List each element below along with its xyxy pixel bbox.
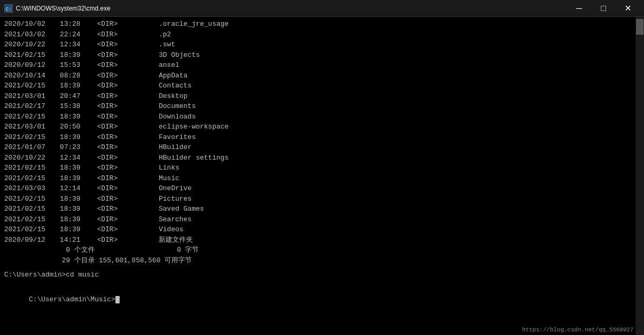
svg-text:C:: C: bbox=[6, 7, 12, 12]
titlebar-controls: ─ □ ✕ bbox=[567, 0, 640, 17]
list-item: 2020/10/22 12:34 <DIR> HBuilder settings bbox=[4, 153, 640, 163]
list-item: 2021/02/15 18:39 <DIR> Contacts bbox=[4, 81, 640, 91]
maximize-button[interactable]: □ bbox=[591, 0, 616, 17]
list-item: 2021/03/01 20:50 <DIR> eclipse-workspace bbox=[4, 122, 640, 132]
list-item: 2021/02/15 18:39 <DIR> Favorites bbox=[4, 132, 640, 143]
prompt-text: C:\Users\admin\Music> bbox=[29, 295, 115, 303]
list-item: 2021/02/15 18:39 <DIR> Pictures bbox=[4, 194, 640, 204]
list-item: 2021/02/15 18:39 <DIR> Searches bbox=[4, 214, 640, 225]
titlebar: C: C:\WINDOWS\system32\cmd.exe ─ □ ✕ bbox=[0, 0, 644, 17]
list-item: 2021/02/15 18:39 <DIR> Downloads bbox=[4, 112, 640, 122]
list-item: 2021/02/15 18:39 <DIR> Saved Games bbox=[4, 204, 640, 214]
list-item: 2021/02/15 18:39 <DIR> Videos bbox=[4, 224, 640, 235]
list-item: 2021/03/03 12:14 <DIR> OneDrive bbox=[4, 183, 640, 194]
list-item: 2020/10/22 12:34 <DIR> .swt bbox=[4, 40, 640, 50]
list-item: 2021/03/01 20:47 <DIR> Desktop bbox=[4, 91, 640, 102]
list-item: 2021/02/15 18:39 <DIR> Music bbox=[4, 173, 640, 184]
summary-files: 0 个文件 0 字节 bbox=[4, 245, 640, 255]
cmd-icon: C: bbox=[4, 4, 13, 13]
watermark: https://blog.csdn.net/qq_5568927 bbox=[522, 327, 633, 333]
titlebar-title: C:\WINDOWS\system32\cmd.exe bbox=[16, 5, 110, 12]
scrollbar[interactable] bbox=[636, 17, 644, 335]
list-item: 2020/09/12 15:53 <DIR> ansel bbox=[4, 60, 640, 71]
terminal-content: 2020/10/02 13:28 <DIR> .oracle_jre_usage… bbox=[4, 19, 640, 315]
command-line-1: C:\Users\admin>cd music bbox=[4, 270, 640, 280]
list-item: 2021/02/15 18:39 <DIR> 3D Objects bbox=[4, 50, 640, 61]
list-item: 2021/01/07 07:23 <DIR> HBuilder bbox=[4, 142, 640, 153]
cursor bbox=[115, 296, 120, 303]
list-item: 2020/09/12 14:21 <DIR> 新建文件夹 bbox=[4, 235, 640, 245]
terminal: 2020/10/02 13:28 <DIR> .oracle_jre_usage… bbox=[0, 17, 644, 335]
minimize-button[interactable]: ─ bbox=[567, 0, 591, 17]
list-item: 2021/02/17 15:38 <DIR> Documents bbox=[4, 101, 640, 112]
list-item: 2020/10/02 13:28 <DIR> .oracle_jre_usage bbox=[4, 19, 640, 29]
prompt-line: C:\Users\admin\Music> bbox=[4, 284, 640, 316]
titlebar-left: C: C:\WINDOWS\system32\cmd.exe bbox=[4, 4, 110, 13]
list-item: 2021/02/15 18:39 <DIR> Links bbox=[4, 163, 640, 173]
scrollbar-thumb[interactable] bbox=[636, 19, 643, 35]
close-button[interactable]: ✕ bbox=[616, 0, 640, 17]
list-item: 2020/10/14 08:28 <DIR> AppData bbox=[4, 71, 640, 81]
list-item: 2021/03/02 22:24 <DIR> .p2 bbox=[4, 29, 640, 40]
summary-dirs: 29 个目录 155,601,858,560 可用字节 bbox=[4, 255, 640, 266]
